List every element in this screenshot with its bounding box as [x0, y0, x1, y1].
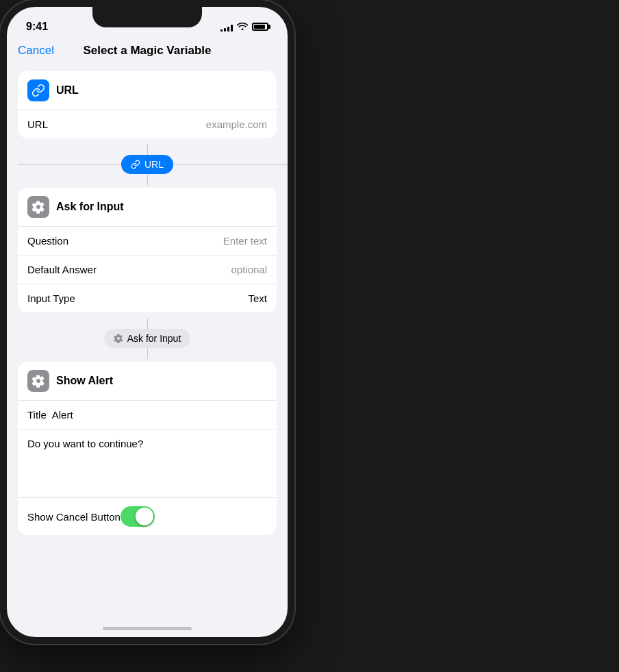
navigation-bar: Cancel Select a Magic Variable — [7, 41, 288, 66]
url-header-icon — [27, 79, 49, 101]
url-magic-pill-label: URL — [144, 159, 164, 170]
input-type-row[interactable]: Input Type Text — [18, 284, 277, 312]
url-magic-variable-segment: URL — [18, 144, 277, 185]
ask-for-input-header-icon — [27, 196, 49, 218]
url-label: URL — [27, 119, 48, 130]
question-placeholder: Enter text — [68, 235, 267, 247]
ask-for-input-magic-pill-label: Ask for Input — [127, 333, 181, 344]
input-type-label: Input Type — [27, 293, 75, 304]
url-row[interactable]: URL example.com — [18, 110, 277, 138]
h-line-left — [18, 164, 121, 165]
show-cancel-button-toggle[interactable] — [121, 506, 155, 527]
connector-vertical-bottom-2 — [147, 348, 148, 359]
show-alert-action-block: Show Alert Title Alert Do you want to co… — [18, 362, 277, 535]
wifi-icon — [237, 22, 248, 32]
connector-vertical-top — [147, 144, 148, 155]
alert-message-area[interactable]: Do you want to continue? — [18, 430, 277, 498]
ask-for-input-title: Ask for Input — [56, 201, 124, 213]
status-icons — [220, 22, 268, 32]
ask-for-input-magic-pill[interactable]: Ask for Input — [104, 329, 191, 348]
url-action-block: URL URL example.com — [18, 71, 277, 138]
show-alert-title: Show Alert — [56, 375, 113, 387]
question-row[interactable]: Question Enter text — [18, 227, 277, 256]
default-answer-row[interactable]: Default Answer optional — [18, 256, 277, 284]
status-time: 9:41 — [26, 21, 48, 33]
url-action-title: URL — [56, 84, 79, 97]
url-placeholder: example.com — [48, 119, 267, 130]
signal-bars-icon — [220, 22, 233, 32]
url-action-header: URL — [18, 71, 277, 110]
alert-title-label: Title — [27, 409, 47, 421]
alert-title-value: Alert — [47, 409, 267, 421]
show-cancel-button-row[interactable]: Show Cancel Button — [18, 498, 277, 535]
connector-vertical-bottom — [147, 174, 148, 185]
alert-message-text: Do you want to continue? — [27, 438, 143, 449]
ask-for-input-action-block: Ask for Input Question Enter text Defaul… — [18, 188, 277, 312]
show-alert-header-icon — [27, 370, 49, 392]
url-magic-pill[interactable]: URL — [121, 155, 173, 174]
cancel-button[interactable]: Cancel — [18, 44, 59, 58]
ask-for-input-magic-variable-segment: Ask for Input — [18, 318, 277, 359]
show-alert-header: Show Alert — [18, 362, 277, 401]
toggle-knob — [136, 508, 153, 525]
default-answer-label: Default Answer — [27, 264, 97, 275]
pointer-right-line — [249, 164, 294, 165]
battery-icon — [252, 23, 268, 31]
alert-title-row[interactable]: Title Alert — [18, 401, 277, 430]
connector-vertical-top-2 — [147, 318, 148, 329]
page-title: Select a Magic Variable — [59, 44, 236, 58]
scroll-content: URL URL example.com URL — [7, 66, 288, 546]
show-cancel-button-label: Show Cancel Button — [27, 511, 121, 523]
question-label: Question — [27, 235, 68, 247]
default-answer-placeholder: optional — [97, 264, 267, 275]
home-indicator — [103, 627, 192, 630]
input-type-value: Text — [75, 293, 267, 304]
ask-for-input-header: Ask for Input — [18, 188, 277, 227]
